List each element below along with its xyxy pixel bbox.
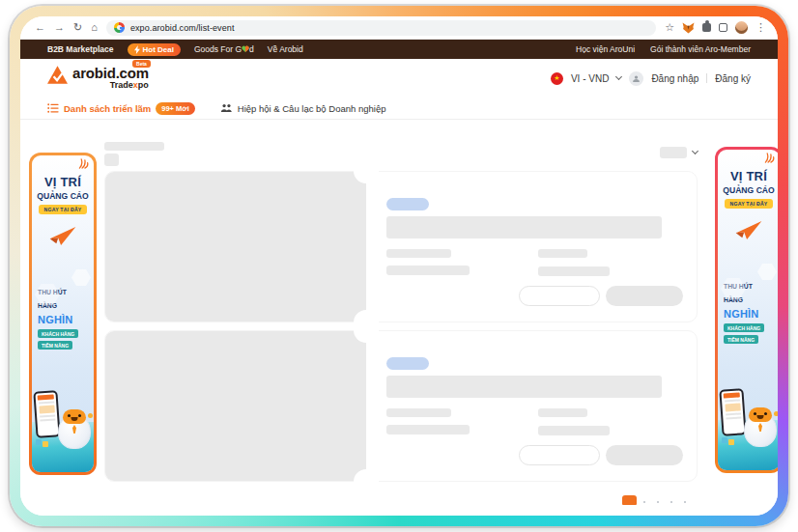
vietnam-flag-icon: ★ (551, 72, 563, 85)
login-link[interactable]: Đăng nhập (651, 73, 698, 84)
gift-box (36, 439, 42, 445)
meta-skeleton (538, 249, 587, 258)
logo-text: arobid.com Beta Tradexpo (72, 66, 149, 91)
meta-skeleton (386, 249, 451, 258)
browser-window: ← → ↻ ⌂ expo.arobid.com/list-event ☆ ⋮ B… (20, 16, 778, 516)
filter-icon-skeleton (104, 154, 119, 166)
meta-skeleton (386, 408, 451, 417)
link-goods-for-good[interactable]: Goods For Gd (194, 44, 254, 54)
user-icon (629, 71, 643, 86)
event-list (104, 142, 698, 482)
event-card-skeleton (104, 171, 698, 322)
sort-label-skeleton (660, 147, 687, 158)
meta-skeleton (538, 426, 610, 435)
arobid-triangle-icon (47, 66, 68, 84)
url-text[interactable]: expo.arobid.com/list-event (130, 23, 235, 33)
reload-icon[interactable]: ↻ (73, 22, 82, 33)
status-chip-skeleton (386, 198, 429, 210)
home-icon[interactable]: ⌂ (91, 22, 98, 33)
meta-skeleton (386, 425, 470, 434)
chevron-down-icon (692, 148, 698, 154)
ad-banner-left[interactable]: VỊ TRÍ QUẢNG CÁO NGAY TẠI ĐÂY THU HÚT HÀ… (29, 153, 97, 475)
wheat-sparkle-icon (764, 153, 775, 163)
secondary-button-skeleton (519, 286, 600, 306)
cursor-arrow-icon (48, 226, 77, 246)
browser-toolbar: ← → ↻ ⌂ expo.arobid.com/list-event ☆ ⋮ (20, 16, 778, 40)
event-card-skeleton (104, 330, 698, 482)
link-about-arobid[interactable]: Về Arobid (268, 44, 303, 54)
hot-deal-badge[interactable]: Hot Deal (128, 43, 181, 56)
utility-right-links: Học viện AroUni Gói thành viên Aro-Membe… (576, 44, 751, 54)
back-icon[interactable]: ← (35, 22, 45, 33)
meta-skeleton (538, 408, 587, 417)
sidepanel-icon[interactable] (719, 23, 727, 32)
bookmark-star-icon[interactable]: ☆ (665, 22, 674, 33)
ad-tag-1: KHÁCH HÀNG (38, 329, 78, 338)
hexagon-decoration (757, 264, 777, 280)
event-details-skeleton (366, 172, 697, 322)
brand-subtitle: Tradexpo (110, 80, 149, 91)
gift-box (43, 441, 48, 447)
breadcrumb-skeleton (104, 142, 164, 151)
extensions-puzzle-icon[interactable] (702, 23, 711, 32)
title-skeleton (386, 376, 662, 398)
link-membership[interactable]: Gói thành viên Aro-Member (650, 44, 751, 54)
google-icon (114, 22, 125, 33)
event-details-skeleton (366, 331, 697, 481)
address-bar[interactable]: expo.arobid.com/list-event (106, 20, 656, 36)
lightning-icon (134, 45, 140, 54)
nav-associations[interactable]: Hiệp hội & Câu lạc bộ Doanh nghiệp (220, 103, 386, 114)
ad-cta-pill[interactable]: NGAY TẠI ĐÂY (725, 199, 772, 209)
association-people-icon (220, 103, 233, 113)
pagination-dots (643, 501, 686, 503)
title-skeleton (386, 216, 662, 238)
browser-actions: ☆ ⋮ (665, 21, 766, 34)
divider (706, 73, 707, 83)
wheat-sparkle-icon (78, 158, 89, 169)
forward-icon[interactable]: → (54, 22, 65, 33)
header-actions: ★ VI - VND Đăng nhập Đăng ký (551, 71, 751, 86)
gift-box (722, 437, 727, 443)
ad-cta-pill[interactable]: NGAY TẠI ĐÂY (39, 205, 86, 214)
ad-title-line1: VỊ TRÍ (32, 175, 94, 189)
cursor-arrow-icon (734, 220, 763, 240)
link-aro-uni[interactable]: Học viện AroUni (576, 44, 635, 54)
ticket-notch (354, 469, 379, 494)
ad-title-line2: QUẢNG CÁO (32, 191, 94, 201)
nav-exhibition-list[interactable]: Danh sách triển lãm 99+ Mới (47, 102, 195, 115)
metamask-icon[interactable] (682, 22, 695, 34)
ad-tag-2: TIỀM NĂNG (724, 335, 758, 344)
chevron-down-icon (615, 73, 622, 80)
mascot-character (743, 406, 778, 447)
new-count-badge: 99+ Mới (156, 102, 194, 115)
list-icon (47, 103, 59, 113)
status-chip-skeleton (386, 357, 429, 370)
ad-title-line1: VỊ TRÍ (718, 169, 778, 183)
site-header: arobid.com Beta Tradexpo ★ VI - VND Đăng… (20, 59, 778, 98)
secondary-button-skeleton (519, 445, 600, 465)
sort-dropdown[interactable] (660, 147, 698, 158)
floating-chat-button[interactable] (622, 495, 637, 505)
mascot-character (57, 408, 92, 449)
meta-skeleton (538, 266, 610, 276)
event-image-skeleton (105, 172, 366, 322)
ticket-notch (354, 158, 379, 183)
ad-illustration (32, 353, 94, 472)
ad-tag-1: KHÁCH HÀNG (724, 323, 764, 332)
register-link[interactable]: Đăng ký (715, 73, 751, 84)
link-b2b-marketplace[interactable]: B2B Marketplace (47, 44, 114, 54)
ad-banner-right[interactable]: VỊ TRÍ QUẢNG CÁO NGAY TẠI ĐÂY THU HÚT HÀ… (715, 147, 778, 473)
arobid-logo[interactable]: arobid.com Beta Tradexpo (47, 66, 149, 91)
secondary-nav: Danh sách triển lãm 99+ Mới Hiệp hội & C… (20, 98, 778, 120)
browser-menu-icon[interactable]: ⋮ (755, 22, 766, 33)
brand-name: arobid.com (72, 66, 149, 80)
beta-badge: Beta (132, 60, 151, 68)
gradient-device-frame: ← → ↻ ⌂ expo.arobid.com/list-event ☆ ⋮ B… (10, 6, 788, 526)
ad-title-line2: QUẢNG CÁO (718, 185, 778, 195)
meta-skeleton (386, 266, 470, 275)
locale-selector[interactable]: VI - VND (571, 73, 609, 84)
ad-illustration (718, 348, 778, 470)
heart-icon (242, 45, 249, 53)
profile-avatar[interactable] (735, 21, 748, 34)
event-image-skeleton (105, 331, 366, 481)
